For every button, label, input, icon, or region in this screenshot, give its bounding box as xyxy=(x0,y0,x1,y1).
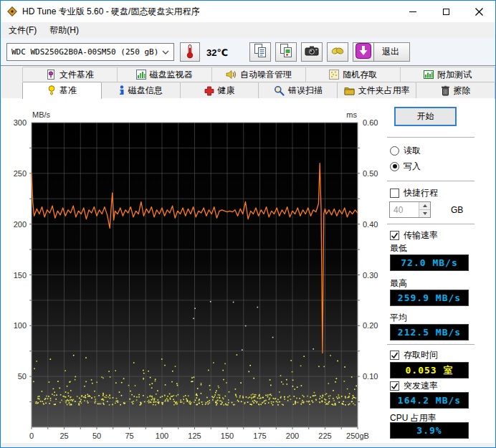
tab-extra-tests[interactable]: 附加测试 xyxy=(400,67,495,82)
drive-select[interactable]: WDC WDS250G2B0A-00SM50 (250 gB) xyxy=(6,43,174,61)
svg-text:100: 100 xyxy=(156,432,168,440)
tab-health[interactable]: 健康 xyxy=(180,82,259,99)
hd-tune-window: HD Tune 专业版 5.60 - 硬盘/固态硬盘实用程序 文件(F)帮助(H… xyxy=(0,0,496,448)
tab-label: 磁盘监视器 xyxy=(150,69,193,81)
copy-image-button[interactable] xyxy=(275,42,297,62)
read-radio-label: 读取 xyxy=(404,145,421,157)
tab-random-access[interactable]: 随机存取 xyxy=(305,67,401,82)
svg-text:175: 175 xyxy=(253,432,266,440)
tab-erase[interactable]: 擦除 xyxy=(416,82,495,99)
tab-error-scan[interactable]: 错误扫描 xyxy=(258,82,338,99)
separator xyxy=(387,344,474,345)
svg-text:250gB: 250gB xyxy=(346,432,369,440)
bulb-yellow-icon xyxy=(47,85,56,96)
menu-bar: 文件(F)帮助(H) xyxy=(1,22,495,38)
maximize-icon xyxy=(443,9,449,15)
window-title: HD Tune 专业版 5.60 - 硬盘/固态硬盘实用程序 xyxy=(22,6,199,18)
tab-label: 自动噪音管理 xyxy=(240,69,292,81)
tab-file-benchmark[interactable]: 文件基准 xyxy=(22,67,118,82)
temperature-label: 32℃ xyxy=(206,47,228,58)
magnifier-icon xyxy=(274,85,285,96)
separator xyxy=(387,181,474,181)
chart-extra-icon xyxy=(424,70,434,80)
separator xyxy=(387,224,474,224)
access-time-checkbox[interactable]: 存取时间 xyxy=(390,349,438,361)
menu-help[interactable]: 帮助(H) xyxy=(43,22,85,38)
folder-icon xyxy=(344,86,355,95)
start-button[interactable]: 开始 xyxy=(394,107,457,126)
close-icon xyxy=(475,8,483,16)
trash-icon xyxy=(441,85,450,96)
tab-label: 随机存取 xyxy=(343,69,377,81)
checkbox-box xyxy=(390,231,399,240)
tab-auto-acoustic[interactable]: 自动噪音管理 xyxy=(211,67,307,82)
avg-label: 平均 xyxy=(390,312,407,323)
exit-button[interactable]: 退出 xyxy=(371,42,410,62)
short-stroke-checkbox[interactable]: 快捷行程 xyxy=(390,187,438,199)
tab-row-primary: 基准磁盘信息健康错误扫描文件夹占用率擦除 xyxy=(22,82,495,99)
svg-text:150: 150 xyxy=(14,271,27,280)
stepper-down-button[interactable] xyxy=(419,210,430,217)
aam-button[interactable] xyxy=(327,42,348,62)
close-button[interactable] xyxy=(462,1,495,22)
svg-text:0.50: 0.50 xyxy=(363,169,378,178)
checkbox-box xyxy=(390,381,399,391)
thermometer-icon xyxy=(186,44,194,61)
burst-rate-checkbox[interactable]: 突发速率 xyxy=(390,380,438,391)
content-panel: MB/sms300250200150100500.600.500.400.300… xyxy=(1,98,495,443)
chevron-down-icon xyxy=(162,47,169,57)
app-icon xyxy=(6,6,18,17)
menu-file[interactable]: 文件(F) xyxy=(2,22,43,38)
download-icon xyxy=(355,42,372,62)
separator xyxy=(387,137,474,138)
svg-text:25: 25 xyxy=(59,432,68,440)
tab-row-secondary: 文件基准磁盘监视器自动噪音管理随机存取附加测试 xyxy=(22,67,495,82)
minimize-button[interactable] xyxy=(396,1,429,22)
benchmark-chart: MB/sms300250200150100500.600.500.400.300… xyxy=(1,105,385,447)
copy-text-button[interactable] xyxy=(249,42,271,62)
maximize-button[interactable] xyxy=(429,1,462,22)
tab-folder-usage[interactable]: 文件夹占用率 xyxy=(337,82,416,99)
avg-speed-display: 212.5 MB/s xyxy=(390,324,469,340)
radio-circle xyxy=(390,162,399,171)
cpu-usage-display: 3.9% xyxy=(390,422,469,439)
bar-monitor-icon xyxy=(136,70,146,80)
svg-text:0.10: 0.10 xyxy=(363,372,378,381)
read-radio[interactable]: 读取 xyxy=(390,145,421,156)
capacity-input[interactable] xyxy=(390,202,416,217)
burst-rate-display: 164.2 MB/s xyxy=(390,392,469,409)
screenshot-button[interactable] xyxy=(301,42,323,62)
temperature-button[interactable] xyxy=(180,42,200,62)
stepper-up-button[interactable] xyxy=(419,202,430,210)
title-bar: HD Tune 专业版 5.60 - 硬盘/固态硬盘实用程序 xyxy=(1,1,495,22)
checkbox-box xyxy=(390,351,399,360)
svg-text:50: 50 xyxy=(18,372,27,381)
dice-icon xyxy=(329,70,339,80)
tab-label: 附加测试 xyxy=(437,69,472,81)
svg-text:MB/s: MB/s xyxy=(32,110,51,119)
tab-label: 错误扫描 xyxy=(288,85,323,97)
speaker-icon xyxy=(226,70,237,80)
toolbar: WDC WDS250G2B0A-00SM50 (250 gB) 32℃ 退出 xyxy=(1,38,495,66)
svg-text:200: 200 xyxy=(14,220,27,229)
tab-disk-monitor[interactable]: 磁盘监视器 xyxy=(117,67,212,82)
svg-text:50: 50 xyxy=(92,432,101,440)
max-speed-display: 259.9 MB/s xyxy=(390,290,469,306)
transfer-rate-label: 传输速率 xyxy=(404,229,438,242)
burst-rate-label: 突发速率 xyxy=(404,380,438,392)
capacity-stepper xyxy=(419,202,430,217)
camera-icon xyxy=(304,44,320,59)
tab-label: 文件夹占用率 xyxy=(358,85,410,97)
tab-disk-info[interactable]: 磁盘信息 xyxy=(101,82,181,99)
checkbox-box xyxy=(390,189,399,198)
health-cross-icon xyxy=(204,86,214,96)
copy-image-icon xyxy=(278,44,294,61)
short-stroke-label: 快捷行程 xyxy=(404,187,438,199)
tab-label: 健康 xyxy=(218,85,235,97)
svg-text:150: 150 xyxy=(221,432,234,440)
svg-text:0.40: 0.40 xyxy=(363,220,378,229)
update-button[interactable] xyxy=(353,42,374,62)
transfer-rate-checkbox[interactable]: 传输速率 xyxy=(390,229,438,241)
write-radio[interactable]: 写入 xyxy=(390,161,421,172)
tab-benchmark[interactable]: 基准 xyxy=(22,82,102,99)
